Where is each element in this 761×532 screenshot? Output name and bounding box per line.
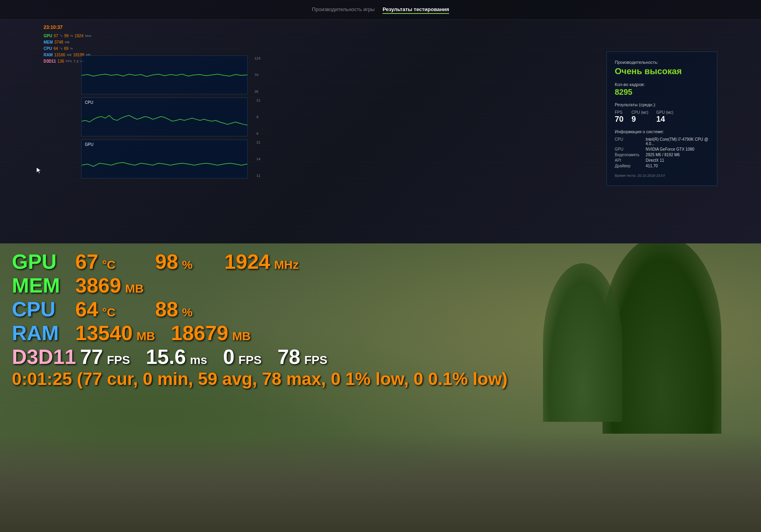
hud-gpu-clock-unit: MHz <box>274 259 299 271</box>
hud-gpu-temp: 67 <box>75 251 98 272</box>
metric-fps: FPS 70 <box>615 110 623 124</box>
hud-mem-label: MEM <box>12 275 71 296</box>
sysinfo-api-row: API DirectX 11 <box>615 158 709 163</box>
stat-gpu-load-unit: % <box>70 34 73 39</box>
hud-cpu-label: CPU <box>12 299 71 320</box>
hud-gpu-label: GPU <box>12 251 71 272</box>
stat-cpu-load-unit: % <box>70 46 73 52</box>
metric-cpu-ms-value: 9 <box>631 115 648 124</box>
stat-gpu-load: 99 <box>64 33 69 39</box>
metric-gpu-ms-label: GPU (мс) <box>656 110 673 115</box>
hud-d3d-label: D3D11 <box>12 346 76 367</box>
results-metrics: FPS 70 CPU (мс) 9 GPU (мс) 14 <box>615 110 709 124</box>
hud-d3d-fps3: 78 <box>277 346 300 367</box>
results-panel: Производительность: Очень высокая Кол-во… <box>606 52 717 186</box>
stat-mem-val: 3748 <box>54 39 63 46</box>
stat-gpu-clock-unit: MHz <box>85 34 92 39</box>
results-perf-value: Очень высокая <box>615 66 709 77</box>
metric-fps-value: 70 <box>615 115 623 124</box>
hud-cpu-temp: 64 <box>75 299 98 320</box>
hud-d3d-fps: 77 <box>80 346 103 367</box>
stat-cpu-temp: 64 <box>54 46 58 52</box>
hud-overlay: GPU 67°C 98% 1924MHz MEM 3869MB CPU 64°C… <box>12 251 508 391</box>
hud-mem-row: MEM 3869MB <box>12 275 508 296</box>
chart-fps-scale-mid: 70 <box>254 73 260 77</box>
mouse-cursor <box>36 166 44 174</box>
chart-gpu-svg <box>82 140 247 178</box>
chart-fps-svg <box>82 56 247 94</box>
hud-gpu-load: 98 <box>155 251 178 272</box>
hud-ram-val1: 13540 <box>75 323 133 343</box>
stat-ram-unit1: MB <box>67 53 72 58</box>
sysinfo-api-key: API <box>615 158 642 163</box>
hud-gpu-load-unit: % <box>182 259 193 271</box>
hud-cpu-temp-unit: °C <box>102 306 116 318</box>
sysinfo-gpu-key: GPU <box>615 147 642 151</box>
stat-d3d-ms: 7.3 <box>73 59 78 64</box>
ground <box>0 433 761 532</box>
sysinfo-driver-key: Драйвер <box>615 164 642 168</box>
results-frames-value: 8295 <box>615 88 709 97</box>
metric-gpu-ms: GPU (мс) 14 <box>656 110 673 124</box>
hud-ram-row: RAM 13540MB 18679MB <box>12 323 508 343</box>
chart-gpu-container: GPU 21 14 11 <box>81 140 248 178</box>
sysinfo-gpu-val: NVIDIA GeForce GTX 1080 <box>646 147 694 151</box>
stat-cpu-temp-unit: °c <box>59 46 62 52</box>
stat-gpu-temp-unit: °c <box>60 34 63 39</box>
hud-d3d-ms: 15.6 <box>146 346 186 367</box>
hud-d3d-row: D3D11 77FPS 15.6ms 0FPS 78FPS <box>12 346 508 367</box>
sysinfo-vram-key: Видеопамять <box>615 153 642 157</box>
chart-gpu-scale-bot: 11 <box>256 174 260 178</box>
hud-summary-row: 0:01:25 (77 cur, 0 min, 59 avg, 78 max, … <box>12 370 508 388</box>
sysinfo-cpu-key: CPU <box>615 137 642 146</box>
chart-cpu-svg <box>82 98 247 136</box>
stat-cpu-load: 69 <box>64 46 68 52</box>
hud-gpu-clock: 1924 <box>224 251 270 272</box>
metric-cpu-ms: CPU (мс) 9 <box>631 110 648 124</box>
sysinfo-gpu-row: GPU NVIDIA GeForce GTX 1080 <box>615 147 709 151</box>
tree-right2 <box>543 263 622 422</box>
hud-cpu-load: 88 <box>155 299 178 320</box>
hud-d3d-fps3-unit: FPS <box>304 354 327 366</box>
hud-ram-unit2: MB <box>232 330 251 342</box>
hud-d3d-fps-unit: FPS <box>107 354 130 366</box>
hud-d3d-fps2: 0 <box>223 346 235 367</box>
stat-d3d-label: D3D11 <box>44 58 56 65</box>
stat-gpu-clock: 1924 <box>75 33 83 39</box>
hud-gpu-temp-unit: °C <box>102 259 116 271</box>
hud-summary: 0:01:25 (77 cur, 0 min, 59 avg, 78 max, … <box>12 370 508 388</box>
hud-mem-unit: MB <box>125 283 144 295</box>
hud-ram-label: RAM <box>12 323 71 343</box>
hud-gpu-row: GPU 67°C 98% 1924MHz <box>12 251 508 272</box>
chart-gpu-scale-top: 21 <box>256 140 260 144</box>
hud-ram-unit1: MB <box>137 330 155 342</box>
results-frames-label: Кол-во кадров: <box>615 82 709 87</box>
sysinfo-driver-val: 411.70 <box>646 164 658 168</box>
chart-cpu-scale-mid: 9 <box>256 115 260 119</box>
stat-d3d-fps-unit: FPS <box>66 59 72 64</box>
sysinfo-cpu-row: CPU Intel(R) Core(TM) i7-4790K CPU @ 4.0… <box>615 137 709 146</box>
stat-mem-unit: MB <box>65 40 70 45</box>
sysinfo-cpu-val: Intel(R) Core(TM) i7-4790K CPU @ 4.0... <box>646 137 709 146</box>
stat-gpu-temp: 67 <box>54 33 58 39</box>
chart-fps-scale-bot: 35 <box>254 90 260 94</box>
nav-tabs: Производительность игры Результаты тести… <box>0 0 761 20</box>
stat-ram-val1: 13166 <box>54 52 65 58</box>
hud-cpu-row: CPU 64°C 88% <box>12 299 508 320</box>
metric-gpu-ms-value: 14 <box>656 115 673 124</box>
sysinfo-api-val: DirectX 11 <box>646 158 664 163</box>
metric-fps-label: FPS <box>615 110 623 115</box>
stat-mem-label: MEM <box>44 39 53 46</box>
hud-cpu-load-unit: % <box>182 306 193 318</box>
charts-wrapper: 123 70 35 CPU 21 9 6 GPU <box>81 55 248 178</box>
stat-time: 23:10:37 <box>44 24 92 31</box>
results-avg-label: Результаты (средн.): <box>615 102 709 107</box>
hud-d3d-ms-unit: ms <box>190 354 207 366</box>
tab-performance[interactable]: Производительность игры <box>312 6 375 14</box>
metric-cpu-ms-label: CPU (мс) <box>631 110 648 115</box>
results-sysinfo-label: Информация о системе: <box>615 129 709 134</box>
hud-ram-val2: 18679 <box>171 323 228 343</box>
results-perf-label: Производительность: <box>615 60 709 65</box>
stat-gpu-label: GPU <box>44 33 52 39</box>
tab-results[interactable]: Результаты тестирования <box>382 6 449 14</box>
